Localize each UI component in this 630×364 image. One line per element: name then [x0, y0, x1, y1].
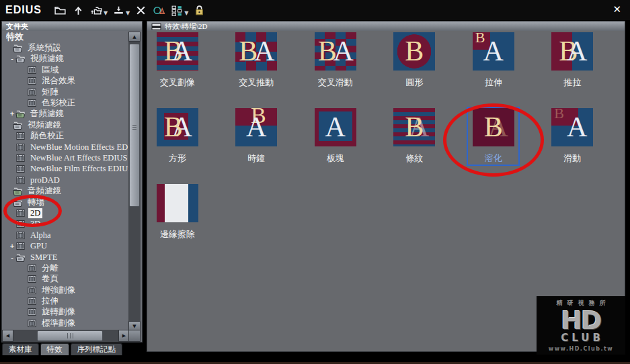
tree-item-label: Alpha: [28, 230, 53, 240]
square-thumbnail: AB: [157, 108, 198, 146]
dropdown-arrow-icon[interactable]: ▼: [184, 10, 188, 16]
horizontal-scroll-thumb[interactable]: [37, 330, 103, 341]
tree-item[interactable]: 標準劃像: [3, 318, 128, 328]
effect-label: 邊緣擦除: [160, 228, 195, 240]
toolbar: ▼▼▼: [51, 2, 208, 18]
tree-item[interactable]: 系統預設: [3, 42, 128, 53]
tree-item-label: 音頻濾鏡: [28, 108, 66, 120]
thumbnail-letter: A: [483, 37, 504, 65]
folder-panel: 文件夹 特效系統預設-視頻濾鏡區域混合效果矩陣色彩校正+音頻濾鏡視頻濾鏡顏色校正…: [1, 21, 143, 343]
block-thumbnail: A: [315, 108, 356, 146]
tree-item[interactable]: 轉場: [3, 197, 128, 208]
effect-label: 溶化: [485, 152, 502, 165]
effect-folder-icon: [27, 297, 37, 306]
tree-item-label: 音頻濾鏡: [26, 185, 63, 197]
tree-item[interactable]: 3D: [3, 219, 128, 230]
tree-item[interactable]: -視頻濾鏡: [3, 54, 128, 64]
close-icon[interactable]: ✕: [613, 3, 621, 15]
effect-item[interactable]: AB條紋: [375, 108, 455, 184]
slide-thumbnail: BA: [551, 108, 593, 146]
audio-folder-icon: [15, 109, 26, 118]
effect-item[interactable]: BA時鐘: [217, 108, 297, 184]
expand-toggle-icon[interactable]: -: [9, 54, 15, 63]
thumbnail-letter: A: [333, 37, 353, 65]
tree-item-label: proDAD: [28, 175, 62, 185]
delete-button[interactable]: [132, 2, 150, 18]
lock-button[interactable]: [190, 2, 208, 18]
tree-item[interactable]: 混合效果: [3, 76, 128, 87]
thumbnail-letter: A: [171, 37, 192, 65]
tree-item[interactable]: 卷頁: [3, 274, 128, 285]
expand-toggle-icon[interactable]: +: [9, 109, 15, 118]
tree-item[interactable]: +GPU: [3, 240, 128, 251]
tree-item[interactable]: 顏色校正: [3, 131, 128, 142]
effect-item[interactable]: A板塊: [296, 108, 375, 184]
tab-inactive[interactable]: 素材庫: [2, 343, 39, 355]
effect-label: 滑動: [563, 152, 581, 165]
expand-toggle-icon[interactable]: -: [9, 253, 15, 262]
effect-item[interactable]: BA拉伸: [454, 32, 533, 108]
tree-item[interactable]: 旋轉劃像: [3, 307, 128, 318]
tree-item-label: 系統預設: [26, 42, 63, 54]
tree-item[interactable]: 分離: [3, 263, 128, 273]
tree-item[interactable]: 區域: [3, 64, 128, 75]
tree-item[interactable]: 2D: [3, 208, 128, 218]
scroll-left-button[interactable]: ◀: [2, 330, 13, 342]
effect-item[interactable]: BA滑動: [533, 108, 613, 184]
lock-icon: [193, 4, 206, 17]
effect-view-button[interactable]: [150, 2, 168, 18]
tree-item[interactable]: 色彩校正: [3, 97, 128, 108]
app-logo: EDIUS: [5, 4, 42, 16]
effect-item[interactable]: AB方形: [138, 108, 217, 184]
expand-toggle-icon[interactable]: +: [9, 242, 15, 251]
tab-inactive[interactable]: 序列標記點: [71, 343, 123, 355]
tree-item[interactable]: NewBlue Art Effects EDIUS 5: [3, 152, 128, 163]
tree-item[interactable]: NewBlue Motion Effects EDI: [3, 142, 128, 152]
effect-item[interactable]: AB溶化: [454, 108, 533, 184]
tree-item-label: NewBlue Film Effects EDIUS: [28, 164, 128, 174]
view-mode-button[interactable]: [168, 2, 186, 18]
watermark-logo: HD: [561, 308, 600, 333]
effect-item[interactable]: BA交叉滑動: [296, 32, 375, 108]
tree-horizontal-scrollbar[interactable]: ◀ ▶: [2, 330, 130, 342]
folder-panel-header: 文件夹: [2, 21, 142, 31]
add-to-bin-button[interactable]: [110, 2, 128, 18]
up-folder-button[interactable]: [69, 2, 87, 18]
effect-folder-icon: [15, 231, 26, 240]
dropdown-arrow-icon[interactable]: ▼: [104, 10, 108, 16]
tree-item[interactable]: proDAD: [3, 175, 128, 185]
effect-item[interactable]: BA交叉推動: [217, 32, 297, 108]
tree-item[interactable]: Alpha: [3, 230, 128, 240]
tree-item[interactable]: -SMPTE: [3, 252, 128, 263]
tree-item[interactable]: 矩陣: [3, 87, 128, 97]
dissolve-thumbnail: AB: [473, 108, 514, 146]
watermark-logo-sub: CLUB: [561, 332, 604, 344]
clock-thumbnail: BA: [235, 108, 277, 146]
tree-item[interactable]: 增強劃像: [3, 285, 128, 295]
tree-item[interactable]: NewBlue Film Effects EDIUS: [3, 164, 128, 175]
thumbnail-letter: B: [484, 113, 503, 141]
tree-item-label: 區域: [40, 64, 61, 76]
tab-active[interactable]: 特效: [40, 343, 69, 355]
effect-label: 時鐘: [247, 152, 265, 165]
tree-item[interactable]: 音頻濾鏡: [3, 185, 128, 196]
thumbnail-letter: A: [567, 113, 587, 141]
folder-icon: [54, 4, 67, 17]
thumbnail-letter: A: [254, 37, 274, 65]
tree-item[interactable]: +音頻濾鏡: [3, 109, 128, 120]
dropdown-arrow-icon[interactable]: ▼: [126, 10, 130, 16]
thumbnail-letter: A: [567, 37, 587, 65]
effect-item[interactable]: B圓形: [375, 32, 455, 108]
effect-label: 推拉: [563, 77, 581, 89]
new-folder-button[interactable]: [87, 2, 106, 18]
open-folder-button[interactable]: [51, 2, 69, 18]
effect-item[interactable]: BA交叉劃像: [138, 32, 217, 108]
thumbnail-letter: B: [405, 37, 424, 65]
tree-item[interactable]: 拉伸: [3, 295, 128, 306]
tree-item[interactable]: 視頻濾鏡: [3, 120, 128, 130]
breadcrumb: 特效\轉場\2D: [165, 21, 208, 31]
effect-item[interactable]: BA推拉: [533, 32, 613, 108]
tree-root-label: 特效: [3, 32, 128, 42]
bottom-tab-bar: 素材庫特效序列標記點: [2, 343, 122, 355]
effect-item[interactable]: 邊緣擦除: [138, 184, 217, 260]
